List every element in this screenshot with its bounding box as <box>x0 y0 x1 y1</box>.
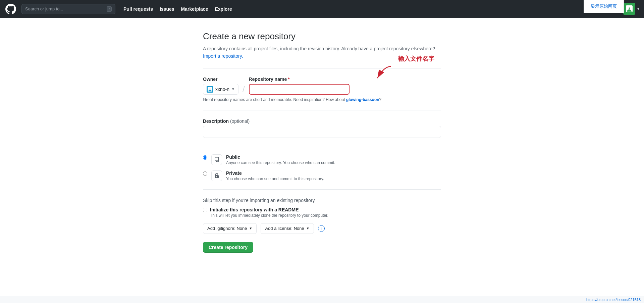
import-link[interactable]: Import a repository. <box>203 53 243 59</box>
nav-pull-requests[interactable]: Pull requests <box>123 6 153 12</box>
owner-name: xxno-n <box>215 87 229 92</box>
private-icon <box>211 170 222 181</box>
init-step-hint: Skip this step if you're importing an ex… <box>203 198 441 203</box>
readme-label: Initialize this repository with a README <box>210 207 328 212</box>
info-icon[interactable]: i <box>318 225 325 232</box>
status-bar: https://utop.cn.net/lesson/021518 <box>0 296 644 303</box>
user-avatar-button[interactable] <box>623 3 635 15</box>
owner-dropdown-arrow: ▼ <box>231 87 235 91</box>
readme-option[interactable]: Initialize this repository with a README… <box>203 207 441 218</box>
repo-name-input[interactable] <box>249 84 350 95</box>
gitignore-label: Add .gitignore: None <box>207 226 247 231</box>
public-desc: Anyone can see this repository. You choo… <box>226 160 335 165</box>
divider-3 <box>203 146 441 146</box>
divider-1 <box>203 68 441 68</box>
private-desc: You choose who can see and commit to thi… <box>226 176 324 181</box>
owner-avatar <box>207 86 213 93</box>
search-input[interactable] <box>25 6 105 11</box>
status-url: https://utop.cn.net/lesson/021518 <box>586 298 641 302</box>
gitignore-arrow: ▼ <box>249 226 253 230</box>
main-content: Create a new repository A repository con… <box>0 18 644 303</box>
public-title: Public <box>226 154 335 160</box>
visibility-private-option[interactable]: Private You choose who can see and commi… <box>203 170 441 181</box>
public-radio[interactable] <box>203 155 207 160</box>
form-container: Create a new repository A repository con… <box>196 31 448 253</box>
owner-repo-section: 输入文件名字 Owner <box>203 77 441 95</box>
dropdowns-row: Add .gitignore: None ▼ Add a license: No… <box>203 223 441 234</box>
required-marker: * <box>288 77 289 82</box>
private-radio[interactable] <box>203 171 207 176</box>
hint-text: Great repository names are short and mem… <box>203 97 441 102</box>
private-title: Private <box>226 170 324 176</box>
divider-2 <box>203 110 441 110</box>
owner-label: Owner <box>203 77 238 82</box>
visibility-public-option[interactable]: Public Anyone can see this repository. Y… <box>203 154 441 165</box>
description-optional: (optional) <box>230 118 250 124</box>
github-logo[interactable] <box>5 4 16 14</box>
owner-select[interactable]: xxno-n ▼ <box>203 84 238 95</box>
license-label: Add a license: None <box>265 226 304 231</box>
nav-explore[interactable]: Explore <box>215 6 232 12</box>
gitignore-dropdown[interactable]: Add .gitignore: None ▼ <box>203 223 257 234</box>
search-shortcut: / <box>107 6 112 12</box>
page-title: Create a new repository <box>203 31 441 42</box>
divider-4 <box>203 189 441 190</box>
private-info: Private You choose who can see and commi… <box>226 170 324 181</box>
description-input[interactable] <box>203 126 441 138</box>
repo-name-label: Repository name* <box>249 77 350 82</box>
nav-marketplace[interactable]: Marketplace <box>181 6 208 12</box>
readme-desc: This will let you immediately clone the … <box>210 213 328 218</box>
readme-checkbox[interactable] <box>203 208 207 212</box>
description-field-group: Description (optional) <box>203 118 441 138</box>
search-box[interactable]: / <box>21 4 115 14</box>
repo-name-field-group: Repository name* <box>249 77 350 95</box>
user-icon-area: ▼ <box>623 3 641 15</box>
page-description: A repository contains all project files,… <box>203 45 441 60</box>
navbar: / Pull requests Issues Marketplace Explo… <box>0 0 644 18</box>
submit-area: Create repository <box>203 242 441 253</box>
submit-button[interactable]: Create repository <box>203 242 253 253</box>
license-arrow: ▼ <box>306 226 310 230</box>
owner-repo-row: Owner xxno-n ▼ / <box>203 77 441 95</box>
public-icon <box>211 154 222 165</box>
translator-link[interactable]: 显示原始网页 <box>591 4 617 9</box>
translator-panel: 显示原始网页 <box>584 0 624 13</box>
public-info: Public Anyone can see this repository. Y… <box>226 154 335 165</box>
visibility-section: Public Anyone can see this repository. Y… <box>203 154 441 181</box>
nav-links: Pull requests Issues Marketplace Explore <box>123 6 232 12</box>
init-section: Skip this step if you're importing an ex… <box>203 198 441 234</box>
nav-issues[interactable]: Issues <box>160 6 174 12</box>
slash-separator: / <box>243 77 245 95</box>
hint-suggestion-link[interactable]: glowing-bassoon <box>346 97 379 102</box>
readme-info: Initialize this repository with a README… <box>210 207 328 218</box>
owner-field-group: Owner xxno-n ▼ <box>203 77 238 95</box>
user-dropdown-arrow[interactable]: ▼ <box>636 7 641 11</box>
description-label: Description (optional) <box>203 118 441 124</box>
license-dropdown[interactable]: Add a license: None ▼ <box>261 223 314 234</box>
